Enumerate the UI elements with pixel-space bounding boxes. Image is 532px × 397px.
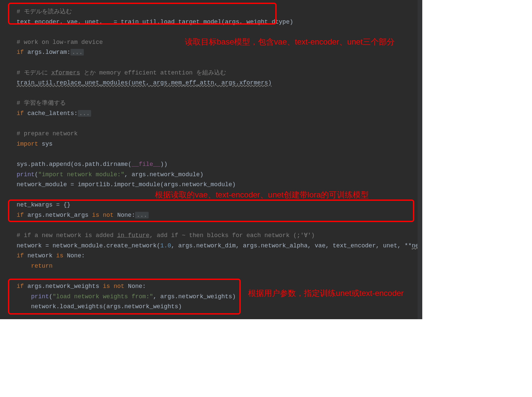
code-fold[interactable]: ...	[78, 110, 91, 117]
code-line: return	[17, 261, 411, 271]
code-fold[interactable]: ...	[70, 49, 84, 56]
blank-line	[17, 271, 411, 281]
code-line: network.load_weights(args.network_weight…	[17, 302, 411, 312]
blank-line	[17, 149, 411, 159]
code-line: text_encoder, vae, unet, _ = train_util.…	[17, 17, 411, 27]
blank-line	[17, 119, 411, 129]
code-line: print("import network module:", args.net…	[17, 170, 411, 180]
code-line: train_util.replace_unet_modules(unet, ar…	[17, 78, 411, 88]
annotation-2: 根据读取的vae、text-encoder、unet创建带lora的可训练模型	[155, 188, 369, 202]
code-line: sys.path.append(os.path.dirname(__file__…	[17, 159, 411, 170]
code-line: if cache_latents:...	[17, 108, 411, 119]
annotation-3: 根据用户参数，指定训练unet或text-encoder	[248, 287, 404, 300]
blank-line	[17, 58, 411, 68]
code-line: if args.network_args is not None:...	[17, 210, 411, 220]
code-line: # 学習を準備する	[17, 98, 411, 108]
code-line: # モデルに xformers とか memory efficient atte…	[17, 68, 411, 78]
blank-line	[17, 220, 411, 230]
code-line: import sys	[17, 139, 411, 149]
code-line: if network is None:	[17, 251, 411, 261]
code-line: if args.lowram:...	[17, 47, 411, 58]
code-line: # prepare network	[17, 129, 411, 139]
code-fold[interactable]: ...	[135, 212, 148, 218]
code-line: # if a new network is added in future, a…	[17, 230, 411, 241]
vertical-scrollbar[interactable]	[418, 0, 422, 319]
code-line: network = network_module.create_network(…	[17, 241, 411, 251]
comment-text: # モデルを読み込む	[17, 8, 72, 15]
bottom-margin	[0, 319, 532, 397]
blank-line	[17, 88, 411, 98]
code-line: # モデルを読み込む	[17, 7, 411, 17]
annotation-1: 读取目标base模型，包含vae、text-encoder、unet三个部分	[185, 35, 395, 49]
